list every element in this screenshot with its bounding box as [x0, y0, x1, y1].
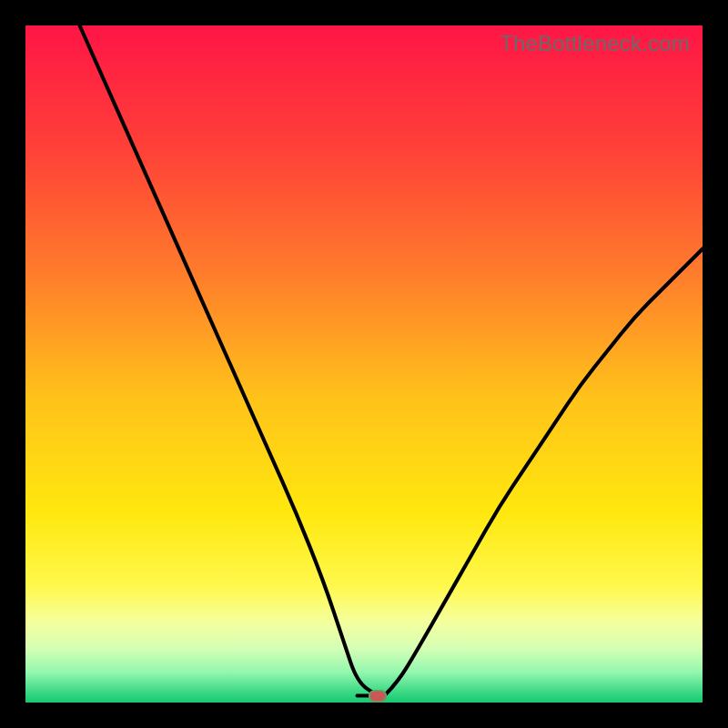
plot-area: TheBottleneck.com — [25, 25, 703, 703]
curve-right-segment — [384, 249, 703, 696]
curve-left-segment — [80, 25, 378, 696]
bottleneck-curve — [25, 25, 703, 703]
chart-frame: TheBottleneck.com — [0, 0, 728, 728]
optimum-marker — [369, 690, 387, 703]
